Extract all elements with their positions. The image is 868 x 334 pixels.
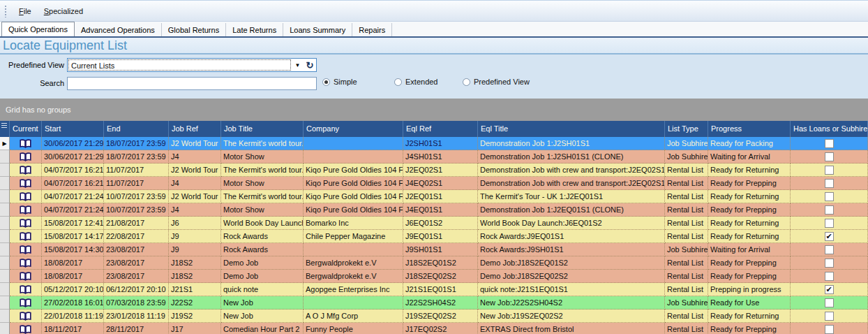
search-input[interactable]	[67, 77, 317, 90]
checkbox-checked[interactable]: ✔	[825, 232, 834, 241]
row-selector[interactable]	[0, 243, 10, 256]
table-row[interactable]: 18/08/201723/08/2017J18S2Demo JobBergwal…	[0, 270, 868, 283]
refresh-icon[interactable]: ↻	[304, 59, 316, 71]
row-selector[interactable]	[0, 270, 10, 283]
table-row[interactable]: 15/08/2017 14:3023/08/2017J9Rock AwardsJ…	[0, 243, 868, 256]
column-header-job-ref[interactable]: Job Ref	[169, 121, 221, 137]
open-book-icon	[20, 205, 31, 215]
menu-item-specialized[interactable]: Specialized	[39, 5, 88, 17]
radio-extended[interactable]: Extended	[394, 78, 437, 86]
table-row[interactable]: 22/01/2018 11:1923/01/2018 11:19J19S2New…	[0, 310, 868, 323]
table-row[interactable]: 15/08/2017 12:4121/08/2017J6World Book D…	[0, 217, 868, 230]
cell-start: 18/08/2017	[42, 256, 104, 270]
cell-job-title: Motor Show	[221, 177, 304, 190]
tab-advanced-operations[interactable]: Advanced Operations	[75, 23, 162, 36]
checkbox-unchecked[interactable]	[825, 259, 834, 268]
cell-list-type: Job Subhire	[665, 137, 708, 150]
radio-simple[interactable]: Simple	[322, 78, 357, 86]
table-row[interactable]: 30/06/2017 21:2918/07/2017 23:59J4Motor …	[0, 150, 868, 164]
checkbox-checked[interactable]: ✔	[825, 285, 834, 294]
cell-current	[10, 230, 42, 243]
row-selector[interactable]	[0, 296, 10, 310]
column-header-eql-ref[interactable]: Eql Ref	[403, 121, 478, 137]
column-header-end[interactable]: End	[104, 121, 169, 137]
tab-repairs[interactable]: Repairs	[352, 23, 392, 36]
table-row[interactable]: 18/08/201723/08/2017J18S2Demo JobBergwal…	[0, 256, 868, 270]
column-header-eql-title[interactable]: Eql Title	[478, 121, 665, 137]
table-row[interactable]: ▶30/06/2017 21:2918/07/2017 23:59J2 Worl…	[0, 137, 868, 150]
cell-company	[304, 296, 403, 310]
row-selector[interactable]	[0, 256, 10, 270]
checkbox-unchecked[interactable]	[825, 166, 834, 175]
row-selector[interactable]	[0, 177, 10, 190]
cell-job-title: Demo Job	[221, 256, 304, 270]
cell-eql-ref: J4EQ02S1	[403, 177, 478, 190]
radio-button-icon[interactable]	[463, 78, 470, 86]
checkbox-unchecked[interactable]	[825, 179, 834, 188]
table-row[interactable]: 04/07/2017 16:2111/07/2017J2 World TourT…	[0, 164, 868, 177]
chevron-down-icon[interactable]: ▼	[292, 59, 304, 71]
row-selector[interactable]	[0, 310, 10, 323]
column-header-job-title[interactable]: Job Title	[221, 121, 304, 137]
cell-list-type: Rental List	[665, 190, 708, 203]
table-row[interactable]: 15/08/2017 14:1722/08/2017J9Rock AwardsC…	[0, 230, 868, 243]
cell-eql-title: New Job:J19S2EQ02S2	[478, 310, 665, 323]
cell-eql-ref: J9EQ01S1	[403, 230, 478, 243]
row-selector[interactable]	[0, 190, 10, 203]
cell-progress: Ready for Prepping	[708, 270, 791, 283]
cell-progress: Ready for Use	[708, 296, 791, 310]
group-by-bar[interactable]: Grid has no groups	[0, 99, 868, 121]
tab-loans-summary[interactable]: Loans Summary	[283, 23, 352, 36]
column-header-has-loans[interactable]: Has Loans or Subhires	[791, 121, 868, 137]
open-book-icon	[20, 219, 31, 228]
toolbar-grip-handle[interactable]	[4, 5, 7, 17]
cell-end: 28/11/2017	[104, 323, 169, 334]
checkbox-unchecked[interactable]	[825, 152, 834, 161]
table-row[interactable]: 04/07/2017 21:2410/07/2017 23:59J4Motor …	[0, 203, 868, 217]
cell-job-ref: J2 World Tour	[169, 137, 221, 150]
row-selector[interactable]	[0, 283, 10, 296]
radio-predefined-view[interactable]: Predefined View	[463, 78, 530, 86]
checkbox-unchecked[interactable]	[825, 139, 834, 148]
table-row[interactable]: 05/12/2017 20:1006/12/2017 20:10J21S1qui…	[0, 283, 868, 296]
checkbox-unchecked[interactable]	[825, 245, 834, 254]
grid-corner-header[interactable]	[0, 121, 10, 137]
row-selector[interactable]	[0, 164, 10, 177]
table-row[interactable]: 27/02/2018 16:0107/03/2018 23:59J22S2New…	[0, 296, 868, 310]
row-selector[interactable]	[0, 203, 10, 217]
row-selector[interactable]	[0, 323, 10, 334]
checkbox-unchecked[interactable]	[825, 298, 834, 307]
radio-button-icon[interactable]	[394, 78, 402, 86]
checkbox-unchecked[interactable]	[825, 272, 834, 281]
row-selector[interactable]	[0, 217, 10, 230]
row-selector[interactable]	[0, 150, 10, 164]
checkbox-unchecked[interactable]	[825, 325, 834, 334]
table-row[interactable]: 04/07/2017 16:2111/07/2017J4Motor ShowKi…	[0, 177, 868, 190]
cell-end: 11/07/2017	[104, 164, 169, 177]
tab-global-returns[interactable]: Global Returns	[162, 23, 226, 36]
cell-company: Bomarko Inc	[304, 217, 403, 230]
column-header-list-type[interactable]: List Type	[665, 121, 708, 137]
column-header-current[interactable]: Current	[10, 121, 42, 137]
menu-item-file[interactable]: File	[14, 5, 36, 17]
column-header-company[interactable]: Company	[304, 121, 403, 137]
cell-has-loans: ✔	[791, 283, 868, 296]
grid-body: ▶30/06/2017 21:2918/07/2017 23:59J2 Worl…	[0, 137, 868, 334]
checkbox-unchecked[interactable]	[825, 205, 834, 215]
row-selector[interactable]: ▶	[0, 137, 10, 150]
cell-eql-title: Demonstration Job with crew and transpor…	[478, 177, 665, 190]
tab-quick-operations[interactable]: Quick Operations	[1, 22, 75, 36]
table-row[interactable]: 18/11/201728/11/2017J17Comedian Hour Par…	[0, 323, 868, 334]
radio-button-icon[interactable]	[322, 78, 330, 86]
column-header-start[interactable]: Start	[42, 121, 104, 137]
row-selector[interactable]	[0, 230, 10, 243]
checkbox-unchecked[interactable]	[825, 219, 834, 228]
tab-late-returns[interactable]: Late Returns	[226, 23, 283, 36]
column-header-progress[interactable]: Progress	[708, 121, 791, 137]
checkbox-unchecked[interactable]	[825, 312, 834, 321]
predefined-view-combo[interactable]: Current Lists ▼ ↻	[67, 58, 317, 72]
checkbox-unchecked[interactable]	[825, 192, 834, 201]
cell-current	[10, 137, 42, 150]
table-row[interactable]: 04/07/2017 21:2410/07/2017 23:59J2 World…	[0, 190, 868, 203]
predefined-view-value[interactable]: Current Lists	[68, 59, 291, 71]
